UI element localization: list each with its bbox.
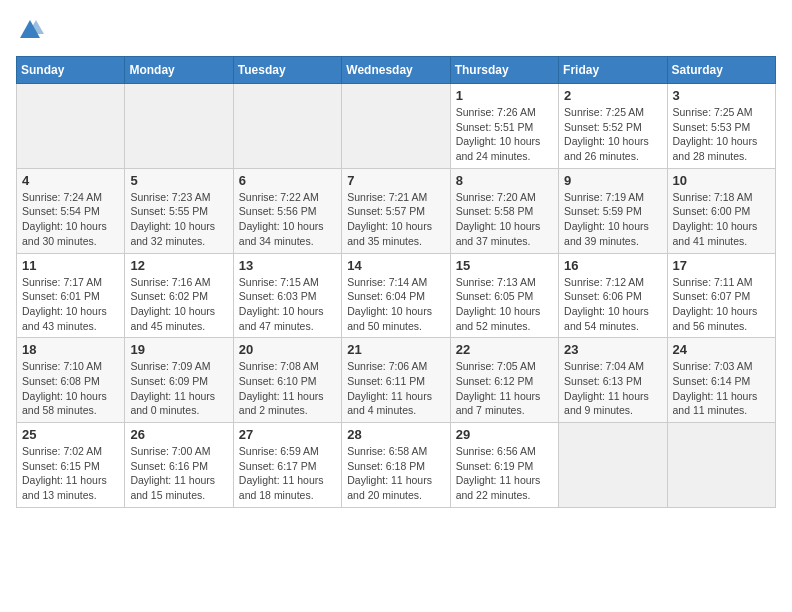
calendar-cell: 24Sunrise: 7:03 AM Sunset: 6:14 PM Dayli… [667, 338, 775, 423]
calendar-cell: 23Sunrise: 7:04 AM Sunset: 6:13 PM Dayli… [559, 338, 667, 423]
day-number: 5 [130, 173, 227, 188]
day-number: 21 [347, 342, 444, 357]
day-number: 11 [22, 258, 119, 273]
calendar-cell: 28Sunrise: 6:58 AM Sunset: 6:18 PM Dayli… [342, 423, 450, 508]
calendar-cell: 11Sunrise: 7:17 AM Sunset: 6:01 PM Dayli… [17, 253, 125, 338]
calendar-cell: 27Sunrise: 6:59 AM Sunset: 6:17 PM Dayli… [233, 423, 341, 508]
day-info: Sunrise: 7:24 AM Sunset: 5:54 PM Dayligh… [22, 190, 119, 249]
day-info: Sunrise: 7:12 AM Sunset: 6:06 PM Dayligh… [564, 275, 661, 334]
calendar-week-row: 4Sunrise: 7:24 AM Sunset: 5:54 PM Daylig… [17, 168, 776, 253]
calendar-cell: 16Sunrise: 7:12 AM Sunset: 6:06 PM Dayli… [559, 253, 667, 338]
calendar-cell: 6Sunrise: 7:22 AM Sunset: 5:56 PM Daylig… [233, 168, 341, 253]
calendar-cell: 20Sunrise: 7:08 AM Sunset: 6:10 PM Dayli… [233, 338, 341, 423]
day-number: 22 [456, 342, 553, 357]
calendar-cell: 18Sunrise: 7:10 AM Sunset: 6:08 PM Dayli… [17, 338, 125, 423]
calendar-week-row: 25Sunrise: 7:02 AM Sunset: 6:15 PM Dayli… [17, 423, 776, 508]
calendar-table: SundayMondayTuesdayWednesdayThursdayFrid… [16, 56, 776, 508]
calendar-cell: 2Sunrise: 7:25 AM Sunset: 5:52 PM Daylig… [559, 84, 667, 169]
column-header-tuesday: Tuesday [233, 57, 341, 84]
day-number: 29 [456, 427, 553, 442]
day-number: 23 [564, 342, 661, 357]
day-info: Sunrise: 7:25 AM Sunset: 5:52 PM Dayligh… [564, 105, 661, 164]
column-header-sunday: Sunday [17, 57, 125, 84]
day-info: Sunrise: 7:16 AM Sunset: 6:02 PM Dayligh… [130, 275, 227, 334]
day-number: 3 [673, 88, 770, 103]
column-header-friday: Friday [559, 57, 667, 84]
day-number: 27 [239, 427, 336, 442]
day-info: Sunrise: 6:59 AM Sunset: 6:17 PM Dayligh… [239, 444, 336, 503]
calendar-cell: 22Sunrise: 7:05 AM Sunset: 6:12 PM Dayli… [450, 338, 558, 423]
day-number: 25 [22, 427, 119, 442]
calendar-cell: 3Sunrise: 7:25 AM Sunset: 5:53 PM Daylig… [667, 84, 775, 169]
calendar-cell: 29Sunrise: 6:56 AM Sunset: 6:19 PM Dayli… [450, 423, 558, 508]
day-number: 7 [347, 173, 444, 188]
calendar-cell: 21Sunrise: 7:06 AM Sunset: 6:11 PM Dayli… [342, 338, 450, 423]
calendar-cell: 4Sunrise: 7:24 AM Sunset: 5:54 PM Daylig… [17, 168, 125, 253]
day-number: 15 [456, 258, 553, 273]
calendar-cell [125, 84, 233, 169]
day-info: Sunrise: 7:13 AM Sunset: 6:05 PM Dayligh… [456, 275, 553, 334]
day-info: Sunrise: 7:04 AM Sunset: 6:13 PM Dayligh… [564, 359, 661, 418]
day-number: 14 [347, 258, 444, 273]
day-info: Sunrise: 7:15 AM Sunset: 6:03 PM Dayligh… [239, 275, 336, 334]
calendar-cell [17, 84, 125, 169]
day-info: Sunrise: 7:06 AM Sunset: 6:11 PM Dayligh… [347, 359, 444, 418]
calendar-cell: 12Sunrise: 7:16 AM Sunset: 6:02 PM Dayli… [125, 253, 233, 338]
day-info: Sunrise: 7:05 AM Sunset: 6:12 PM Dayligh… [456, 359, 553, 418]
day-info: Sunrise: 7:23 AM Sunset: 5:55 PM Dayligh… [130, 190, 227, 249]
calendar-cell: 17Sunrise: 7:11 AM Sunset: 6:07 PM Dayli… [667, 253, 775, 338]
day-number: 13 [239, 258, 336, 273]
day-info: Sunrise: 7:22 AM Sunset: 5:56 PM Dayligh… [239, 190, 336, 249]
day-number: 2 [564, 88, 661, 103]
day-info: Sunrise: 7:26 AM Sunset: 5:51 PM Dayligh… [456, 105, 553, 164]
calendar-cell: 1Sunrise: 7:26 AM Sunset: 5:51 PM Daylig… [450, 84, 558, 169]
day-info: Sunrise: 7:14 AM Sunset: 6:04 PM Dayligh… [347, 275, 444, 334]
calendar-cell: 26Sunrise: 7:00 AM Sunset: 6:16 PM Dayli… [125, 423, 233, 508]
calendar-cell: 9Sunrise: 7:19 AM Sunset: 5:59 PM Daylig… [559, 168, 667, 253]
calendar-cell: 15Sunrise: 7:13 AM Sunset: 6:05 PM Dayli… [450, 253, 558, 338]
column-header-thursday: Thursday [450, 57, 558, 84]
day-info: Sunrise: 7:08 AM Sunset: 6:10 PM Dayligh… [239, 359, 336, 418]
day-info: Sunrise: 6:58 AM Sunset: 6:18 PM Dayligh… [347, 444, 444, 503]
day-number: 28 [347, 427, 444, 442]
column-header-monday: Monday [125, 57, 233, 84]
day-number: 16 [564, 258, 661, 273]
day-info: Sunrise: 7:03 AM Sunset: 6:14 PM Dayligh… [673, 359, 770, 418]
day-info: Sunrise: 7:11 AM Sunset: 6:07 PM Dayligh… [673, 275, 770, 334]
day-info: Sunrise: 7:21 AM Sunset: 5:57 PM Dayligh… [347, 190, 444, 249]
day-info: Sunrise: 7:00 AM Sunset: 6:16 PM Dayligh… [130, 444, 227, 503]
calendar-header-row: SundayMondayTuesdayWednesdayThursdayFrid… [17, 57, 776, 84]
calendar-cell [342, 84, 450, 169]
column-header-wednesday: Wednesday [342, 57, 450, 84]
day-number: 9 [564, 173, 661, 188]
logo [16, 16, 48, 44]
calendar-week-row: 11Sunrise: 7:17 AM Sunset: 6:01 PM Dayli… [17, 253, 776, 338]
calendar-cell [559, 423, 667, 508]
day-info: Sunrise: 7:20 AM Sunset: 5:58 PM Dayligh… [456, 190, 553, 249]
logo-icon [16, 16, 44, 44]
day-info: Sunrise: 7:18 AM Sunset: 6:00 PM Dayligh… [673, 190, 770, 249]
day-info: Sunrise: 7:09 AM Sunset: 6:09 PM Dayligh… [130, 359, 227, 418]
calendar-cell: 8Sunrise: 7:20 AM Sunset: 5:58 PM Daylig… [450, 168, 558, 253]
calendar-week-row: 1Sunrise: 7:26 AM Sunset: 5:51 PM Daylig… [17, 84, 776, 169]
day-number: 18 [22, 342, 119, 357]
calendar-cell: 19Sunrise: 7:09 AM Sunset: 6:09 PM Dayli… [125, 338, 233, 423]
day-number: 20 [239, 342, 336, 357]
day-number: 26 [130, 427, 227, 442]
day-number: 8 [456, 173, 553, 188]
calendar-cell [667, 423, 775, 508]
day-info: Sunrise: 7:10 AM Sunset: 6:08 PM Dayligh… [22, 359, 119, 418]
day-number: 12 [130, 258, 227, 273]
day-info: Sunrise: 7:02 AM Sunset: 6:15 PM Dayligh… [22, 444, 119, 503]
calendar-cell: 7Sunrise: 7:21 AM Sunset: 5:57 PM Daylig… [342, 168, 450, 253]
day-info: Sunrise: 7:25 AM Sunset: 5:53 PM Dayligh… [673, 105, 770, 164]
calendar-cell: 13Sunrise: 7:15 AM Sunset: 6:03 PM Dayli… [233, 253, 341, 338]
day-number: 4 [22, 173, 119, 188]
column-header-saturday: Saturday [667, 57, 775, 84]
day-number: 19 [130, 342, 227, 357]
day-number: 24 [673, 342, 770, 357]
calendar-cell [233, 84, 341, 169]
page-header [16, 16, 776, 44]
calendar-cell: 25Sunrise: 7:02 AM Sunset: 6:15 PM Dayli… [17, 423, 125, 508]
day-info: Sunrise: 7:19 AM Sunset: 5:59 PM Dayligh… [564, 190, 661, 249]
